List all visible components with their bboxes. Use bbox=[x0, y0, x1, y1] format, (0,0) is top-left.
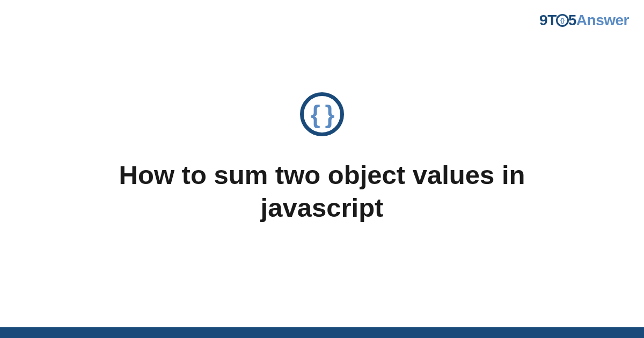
code-braces-icon: { } bbox=[311, 100, 334, 129]
category-icon-circle: { } bbox=[300, 92, 344, 136]
page-title: How to sum two object values in javascri… bbox=[75, 159, 569, 225]
site-logo: 9T5Answer bbox=[539, 12, 629, 29]
logo-circle-icon bbox=[556, 14, 569, 27]
logo-text-answer: Answer bbox=[576, 12, 629, 28]
footer-bar bbox=[0, 327, 644, 338]
logo-text-5: 5 bbox=[568, 12, 576, 28]
main-content: { } How to sum two object values in java… bbox=[0, 92, 644, 225]
logo-text-9t: 9T bbox=[539, 12, 557, 28]
